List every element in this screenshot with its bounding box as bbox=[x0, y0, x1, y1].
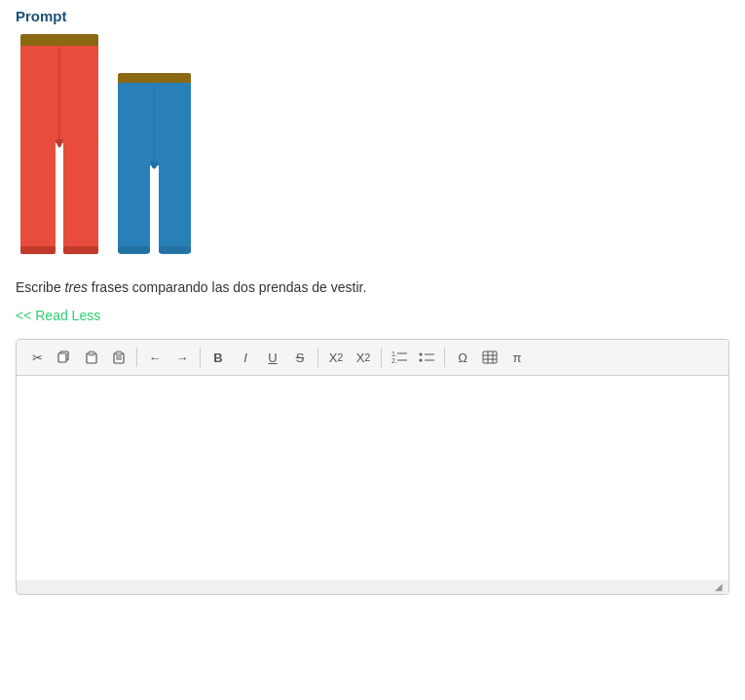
page-container: Prompt bbox=[0, 0, 745, 610]
editor-footer: ◢ bbox=[17, 580, 728, 594]
superscript-button[interactable]: X2 bbox=[351, 345, 376, 370]
read-less-link[interactable]: << Read Less bbox=[16, 308, 100, 323]
divider-1 bbox=[136, 348, 137, 367]
svg-rect-0 bbox=[20, 34, 98, 48]
svg-point-26 bbox=[420, 353, 423, 356]
paste-button[interactable] bbox=[79, 345, 104, 370]
subscript-button[interactable]: X2 bbox=[323, 345, 349, 370]
formula-button[interactable]: π bbox=[504, 345, 530, 370]
underline-button[interactable]: U bbox=[260, 345, 285, 370]
svg-rect-15 bbox=[58, 353, 66, 362]
page-title: Prompt bbox=[16, 8, 729, 24]
blue-pants-image bbox=[113, 73, 196, 258]
undo-button[interactable]: ← bbox=[142, 345, 168, 370]
svg-rect-19 bbox=[116, 351, 122, 355]
svg-rect-17 bbox=[89, 351, 94, 355]
svg-text:1.: 1. bbox=[391, 350, 397, 357]
svg-rect-13 bbox=[159, 246, 191, 253]
svg-rect-6 bbox=[63, 246, 98, 254]
unordered-list-button[interactable] bbox=[414, 345, 439, 370]
editor-container: ✂ bbox=[16, 339, 729, 595]
divider-2 bbox=[200, 348, 201, 367]
paste-text-button[interactable] bbox=[106, 345, 131, 370]
svg-rect-12 bbox=[118, 246, 150, 253]
images-container bbox=[16, 34, 729, 258]
divider-3 bbox=[317, 348, 318, 367]
svg-point-28 bbox=[420, 359, 423, 362]
editor-area[interactable] bbox=[17, 376, 728, 580]
strikethrough-button[interactable]: S bbox=[287, 345, 313, 370]
cut-button[interactable]: ✂ bbox=[24, 345, 50, 370]
svg-rect-5 bbox=[20, 246, 56, 254]
svg-rect-2 bbox=[20, 139, 56, 254]
italic-button[interactable]: I bbox=[233, 345, 258, 370]
svg-rect-3 bbox=[63, 139, 98, 254]
instruction-text: Escribe tres frases comparando las dos p… bbox=[16, 277, 729, 298]
copy-button[interactable] bbox=[52, 345, 77, 370]
red-pants-image bbox=[16, 34, 103, 258]
redo-button[interactable]: → bbox=[169, 345, 195, 370]
table-button[interactable] bbox=[477, 345, 503, 370]
resize-handle[interactable]: ◢ bbox=[715, 581, 726, 593]
divider-5 bbox=[444, 348, 445, 367]
bold-button[interactable]: B bbox=[205, 345, 231, 370]
svg-rect-30 bbox=[483, 351, 497, 363]
editor-toolbar: ✂ bbox=[17, 340, 728, 376]
divider-4 bbox=[381, 348, 382, 367]
ordered-list-button[interactable]: 1. 2. bbox=[387, 345, 412, 370]
keyword: tres bbox=[65, 279, 88, 295]
svg-rect-10 bbox=[159, 162, 191, 254]
svg-text:2.: 2. bbox=[391, 357, 397, 364]
svg-rect-9 bbox=[118, 162, 150, 254]
special-char-button[interactable]: Ω bbox=[450, 345, 475, 370]
